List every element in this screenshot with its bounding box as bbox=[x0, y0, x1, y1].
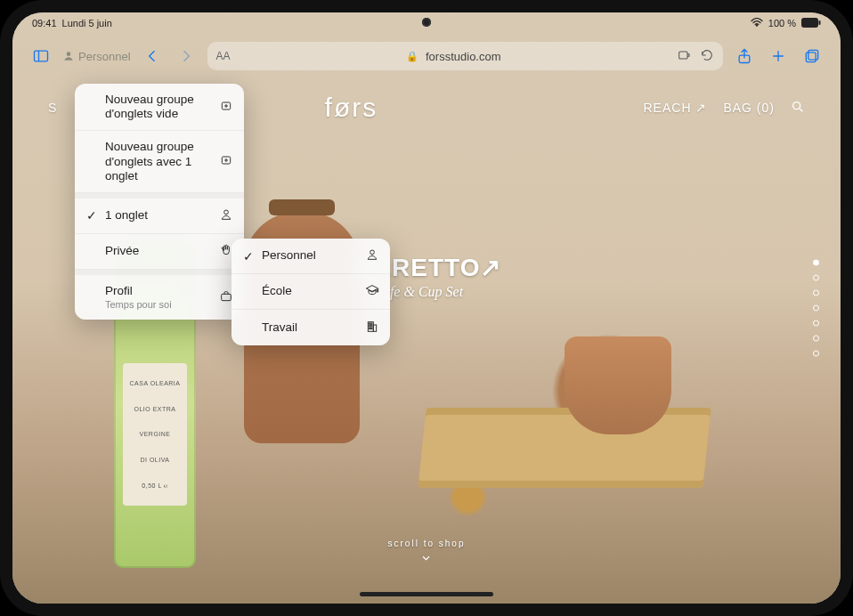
page-indicator[interactable] bbox=[813, 260, 819, 357]
wifi-icon bbox=[751, 18, 763, 28]
svg-rect-2 bbox=[35, 51, 48, 61]
svg-point-19 bbox=[224, 210, 229, 215]
profile-option-travail[interactable]: Travail bbox=[232, 310, 390, 345]
person-icon bbox=[365, 247, 379, 264]
menu-item-label: École bbox=[262, 284, 358, 298]
svg-rect-9 bbox=[808, 50, 818, 60]
forward-button bbox=[174, 44, 199, 69]
svg-point-4 bbox=[67, 52, 71, 56]
menu-item-label: Privée bbox=[105, 244, 212, 258]
page-dot[interactable] bbox=[813, 290, 819, 296]
menu-item-new-group-with-tab[interactable]: Nouveau groupe d'onglets avec 1 onglet bbox=[75, 131, 244, 193]
ipad-frame: CASA OLEARIA OLIO EXTRA VERGINE DI OLIVA… bbox=[0, 0, 853, 616]
building-icon bbox=[365, 320, 379, 336]
svg-rect-29 bbox=[371, 328, 372, 328]
back-button[interactable] bbox=[140, 44, 165, 69]
svg-rect-1 bbox=[819, 20, 821, 25]
svg-rect-27 bbox=[371, 325, 372, 326]
svg-rect-20 bbox=[222, 294, 232, 300]
battery-text: 100 % bbox=[768, 18, 796, 28]
search-icon[interactable] bbox=[791, 100, 805, 117]
bottle-label-line: OLIO EXTRA bbox=[126, 406, 183, 412]
screen: CASA OLEARIA OLIO EXTRA VERGINE DI OLIVA… bbox=[12, 12, 841, 604]
bottle-label-line: CASA OLEARIA bbox=[126, 380, 183, 386]
extensions-icon[interactable] bbox=[677, 48, 691, 65]
svg-rect-23 bbox=[373, 325, 376, 331]
page-dot[interactable] bbox=[813, 320, 819, 327]
safari-toolbar: Personnel AA 🔒 forsstudio.com bbox=[12, 36, 841, 77]
menu-item-one-tab[interactable]: ✓ 1 onglet bbox=[75, 193, 244, 234]
profile-option-personnel[interactable]: ✓ Personnel bbox=[232, 239, 390, 274]
reader-aa-icon[interactable]: AA bbox=[216, 50, 231, 62]
bottle-label-line: 0,50 L ℮ bbox=[126, 482, 183, 489]
napkin-graphic bbox=[418, 408, 711, 488]
site-bag-link[interactable]: BAG (0) bbox=[723, 101, 775, 115]
site-reach-link[interactable]: REACH ↗ bbox=[644, 101, 708, 115]
svg-rect-26 bbox=[370, 325, 370, 326]
sidebar-button[interactable] bbox=[28, 44, 53, 69]
new-tab-group-icon bbox=[219, 99, 233, 116]
share-button[interactable] bbox=[732, 44, 757, 69]
menu-item-label: Nouveau groupe d'onglets vide bbox=[105, 93, 212, 121]
page-dot[interactable] bbox=[813, 275, 819, 281]
page-dot[interactable] bbox=[813, 336, 819, 342]
svg-rect-25 bbox=[371, 323, 372, 324]
svg-rect-5 bbox=[679, 52, 687, 59]
svg-rect-0 bbox=[802, 18, 818, 27]
chevron-down-icon bbox=[420, 552, 433, 564]
profile-indicator[interactable]: Personnel bbox=[62, 50, 131, 63]
menu-item-private[interactable]: Privée bbox=[75, 234, 244, 270]
site-brand[interactable]: førs bbox=[325, 93, 378, 123]
check-icon: ✓ bbox=[85, 208, 98, 223]
menu-item-label: Personnel bbox=[262, 248, 358, 263]
tabs-button[interactable] bbox=[800, 44, 825, 69]
profile-indicator-label: Personnel bbox=[78, 50, 131, 63]
status-date: Lundi 5 juin bbox=[62, 18, 112, 28]
svg-point-21 bbox=[370, 250, 375, 255]
menu-item-label: 1 onglet bbox=[105, 208, 212, 223]
person-icon bbox=[219, 207, 233, 224]
tab-groups-menu: Nouveau groupe d'onglets vide Nouveau gr… bbox=[75, 84, 244, 320]
bottle-label-line: VERGINE bbox=[126, 431, 183, 437]
scroll-hint[interactable]: scroll to shop bbox=[388, 539, 466, 564]
cup-graphic bbox=[565, 336, 671, 434]
new-tab-button[interactable] bbox=[766, 44, 791, 69]
svg-rect-10 bbox=[806, 53, 816, 62]
menu-item-profile[interactable]: Profil Temps pour soi bbox=[75, 270, 244, 320]
new-tab-group-icon bbox=[219, 153, 233, 170]
svg-rect-28 bbox=[370, 328, 370, 328]
page-dot[interactable] bbox=[813, 351, 819, 357]
address-bar[interactable]: AA 🔒 forsstudio.com bbox=[207, 42, 723, 70]
svg-point-11 bbox=[793, 101, 800, 109]
url-text: forsstudio.com bbox=[426, 50, 501, 63]
check-icon: ✓ bbox=[242, 249, 255, 263]
profile-submenu: ✓ Personnel École Travail bbox=[232, 239, 390, 345]
page-dot[interactable] bbox=[813, 260, 819, 266]
svg-line-12 bbox=[800, 109, 802, 111]
home-indicator[interactable] bbox=[360, 592, 493, 596]
menu-item-new-empty-group[interactable]: Nouveau groupe d'onglets vide bbox=[75, 84, 244, 131]
menu-item-sublabel: Temps pour soi bbox=[105, 299, 212, 311]
battery-icon bbox=[801, 18, 821, 29]
bottle-label-line: DI OLIVA bbox=[126, 457, 183, 463]
menu-item-label: Travail bbox=[262, 320, 358, 335]
status-time: 09:41 bbox=[32, 18, 57, 28]
scroll-hint-text: scroll to shop bbox=[388, 539, 466, 548]
front-camera bbox=[422, 18, 431, 27]
page-dot[interactable] bbox=[813, 305, 819, 312]
site-nav-left[interactable]: S bbox=[48, 101, 59, 115]
reload-icon[interactable] bbox=[700, 48, 714, 65]
lock-icon: 🔒 bbox=[406, 51, 418, 62]
graduation-cap-icon bbox=[365, 283, 379, 300]
bottle-label: CASA OLEARIA OLIO EXTRA VERGINE DI OLIVA… bbox=[123, 363, 187, 506]
svg-rect-24 bbox=[370, 323, 370, 324]
menu-item-label: Profil bbox=[105, 284, 133, 297]
profile-option-ecole[interactable]: École bbox=[232, 274, 390, 310]
menu-item-label: Nouveau groupe d'onglets avec 1 onglet bbox=[105, 140, 212, 183]
